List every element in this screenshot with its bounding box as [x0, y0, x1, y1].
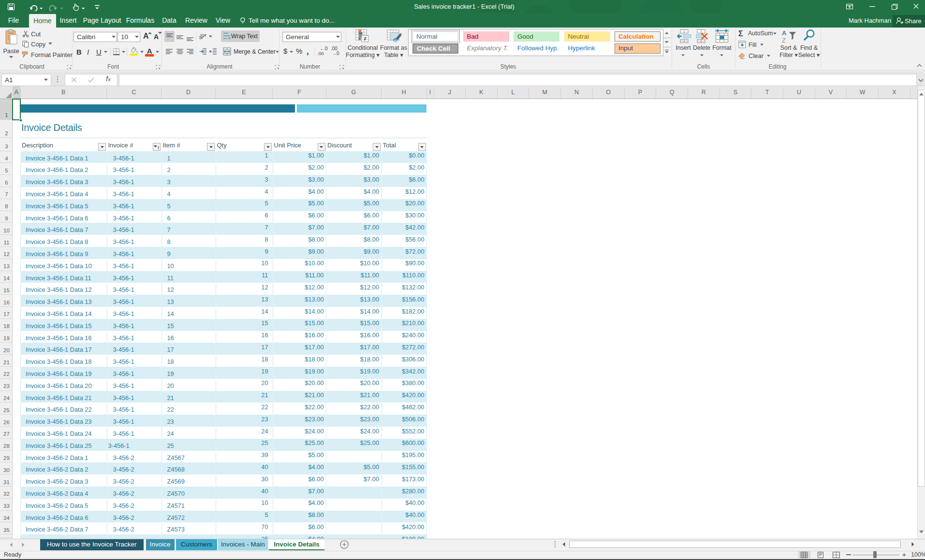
- svg-text:Z: Z: [782, 37, 786, 43]
- svg-text:A: A: [782, 29, 787, 37]
